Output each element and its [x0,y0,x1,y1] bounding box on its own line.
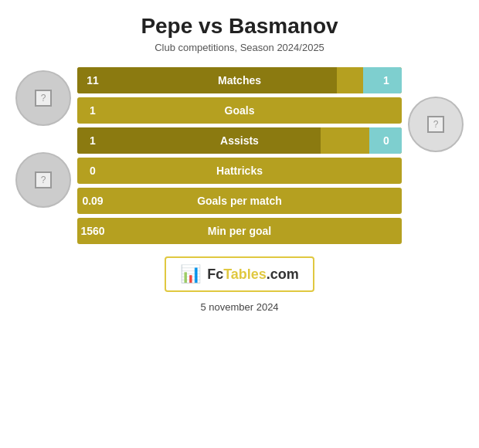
stat-left-value: 1560 [77,225,108,237]
right-avatar-top-placeholder: ? [427,116,444,133]
stat-row: 1Assists0 [77,127,402,154]
stat-right-value: 1 [371,74,402,87]
stat-left-value: 11 [77,74,108,87]
stats-table: 11Matches11Goals1Assists00Hattricks0.09G… [77,67,402,244]
stat-row: 0Hattricks [77,158,402,184]
stat-row: 1Goals [77,97,402,124]
stat-label: Goals per match [108,195,371,207]
stat-row: 1560Min per goal [77,218,402,244]
stat-label: Min per goal [108,225,371,237]
right-player-avatars: ? [408,70,464,152]
stat-label: Goals [108,104,371,117]
logo-icon: 📊 [180,264,201,284]
stat-row: 0.09Goals per match [77,188,402,214]
page-subtitle: Club competitions, Season 2024/2025 [155,42,324,53]
right-avatar-top: ? [408,97,464,152]
stat-left-value: 1 [77,134,108,147]
stat-right-value: 0 [371,134,402,147]
left-avatar-bottom: ? [15,152,71,208]
stat-left-value: 0.09 [77,195,108,207]
left-avatar-bottom-placeholder: ? [35,171,52,188]
stat-label: Matches [108,74,371,87]
page-title: Pepe vs Basmanov [141,14,338,39]
left-avatar-top: ? [15,70,71,126]
stat-label: Assists [108,134,371,147]
stat-label: Hattricks [108,165,371,177]
left-avatar-top-placeholder: ? [35,90,52,107]
left-player-avatars: ? ? [15,70,71,208]
page: Pepe vs Basmanov Club competitions, Seas… [0,0,479,448]
logo-area: 📊 FcTables.com [165,256,314,292]
main-content: ? ? 11Matches11Goals1Assists00Hattricks0… [15,67,464,244]
stat-row: 11Matches1 [77,67,402,93]
stat-left-value: 1 [77,104,108,117]
date-label: 5 november 2024 [200,301,278,313]
stat-left-value: 0 [77,165,108,177]
logo-text: FcTables.com [207,266,299,283]
